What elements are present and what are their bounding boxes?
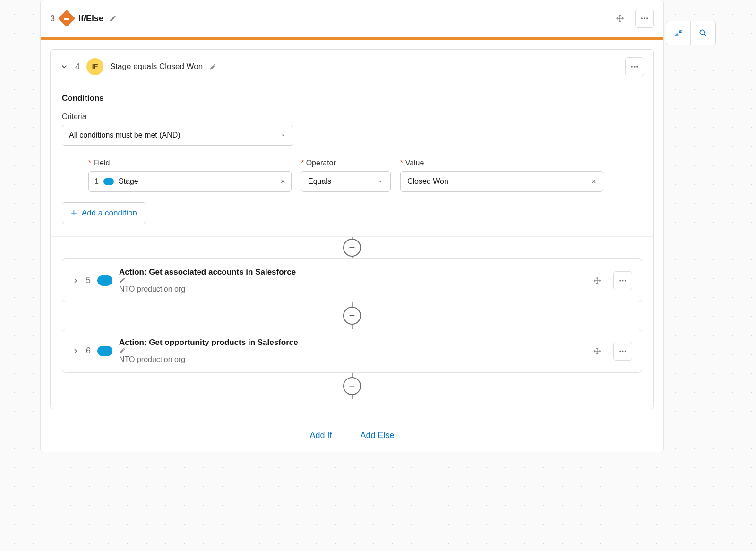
chevron-right-icon[interactable] bbox=[72, 277, 79, 284]
svg-point-2 bbox=[644, 17, 645, 19]
add-step-button[interactable]: + bbox=[343, 239, 361, 257]
action-title: Action: Get associated accounts in Sales… bbox=[119, 267, 296, 276]
ifelse-step-container: 3 If/Else 4 IF Stage equals Close bbox=[40, 0, 664, 452]
conditions-heading: Conditions bbox=[62, 94, 642, 103]
action-title: Action: Get opportunity products in Sale… bbox=[119, 338, 298, 347]
step-header: 3 If/Else bbox=[41, 0, 663, 37]
svg-point-11 bbox=[622, 350, 624, 352]
svg-point-6 bbox=[636, 66, 638, 67]
add-step-button[interactable]: + bbox=[343, 307, 361, 325]
source-step-number: 1 bbox=[94, 177, 99, 186]
more-menu-button[interactable] bbox=[635, 9, 654, 28]
svg-point-4 bbox=[631, 66, 633, 67]
if-step-number: 4 bbox=[75, 62, 80, 72]
criteria-label: Criteria bbox=[62, 112, 642, 121]
action-more-menu-button[interactable] bbox=[613, 342, 632, 361]
operator-label: Operator bbox=[301, 159, 391, 167]
step-title: If/Else bbox=[78, 14, 103, 24]
search-button[interactable] bbox=[691, 21, 715, 45]
action-text: Action: Get opportunity products in Sale… bbox=[119, 338, 302, 364]
flow-connector: + bbox=[51, 302, 653, 329]
svg-point-8 bbox=[622, 280, 624, 281]
canvas-toolbar bbox=[666, 21, 716, 45]
criteria-value: All conditions must be met (AND) bbox=[69, 131, 180, 139]
caret-down-icon bbox=[377, 178, 384, 185]
operator-value: Equals bbox=[308, 177, 331, 186]
plus-icon: + bbox=[71, 207, 77, 219]
chevron-right-icon[interactable] bbox=[72, 347, 79, 355]
edit-icon[interactable] bbox=[109, 15, 117, 22]
salesforce-icon bbox=[97, 346, 112, 356]
caret-down-icon bbox=[280, 132, 286, 138]
flow-connector: + bbox=[51, 373, 653, 399]
condition-row: 1 Stage × Equals Closed Won bbox=[88, 171, 642, 192]
action-card[interactable]: 5 Action: Get associated accounts in Sal… bbox=[62, 258, 642, 302]
edit-icon[interactable] bbox=[119, 347, 302, 354]
svg-point-0 bbox=[700, 30, 704, 34]
field-input[interactable]: 1 Stage × bbox=[88, 171, 292, 192]
svg-point-12 bbox=[625, 350, 626, 352]
add-step-button[interactable]: + bbox=[343, 377, 361, 395]
ifelse-icon bbox=[58, 10, 76, 27]
collapse-button[interactable] bbox=[666, 21, 691, 45]
add-else-button[interactable]: Add Else bbox=[360, 430, 394, 440]
add-condition-button[interactable]: + Add a condition bbox=[62, 202, 146, 224]
action-subtitle: NTO production org bbox=[119, 285, 300, 293]
flow-connector: + bbox=[51, 237, 653, 258]
action-subtitle: NTO production org bbox=[119, 355, 302, 364]
if-header: 4 IF Stage equals Closed Won bbox=[51, 50, 653, 84]
move-handle[interactable] bbox=[588, 342, 607, 361]
action-step-number: 5 bbox=[86, 276, 91, 285]
move-handle[interactable] bbox=[610, 9, 629, 28]
action-text: Action: Get associated accounts in Sales… bbox=[119, 267, 300, 293]
add-if-button[interactable]: Add If bbox=[309, 430, 332, 440]
clear-value-button[interactable]: × bbox=[591, 177, 596, 187]
value-text: Closed Won bbox=[407, 177, 448, 186]
field-label: Field bbox=[88, 159, 292, 167]
action-card[interactable]: 6 Action: Get opportunity products in Sa… bbox=[62, 329, 642, 373]
operator-select[interactable]: Equals bbox=[301, 171, 391, 192]
svg-point-7 bbox=[619, 280, 621, 281]
if-badge: IF bbox=[86, 58, 103, 75]
condition-columns-labels: Field Operator Value bbox=[88, 159, 642, 167]
accent-bar bbox=[41, 37, 663, 40]
salesforce-icon bbox=[97, 276, 112, 286]
clear-field-button[interactable]: × bbox=[280, 177, 285, 187]
criteria-select[interactable]: All conditions must be met (AND) bbox=[62, 125, 293, 146]
svg-point-3 bbox=[646, 17, 648, 19]
value-label: Value bbox=[400, 159, 603, 167]
field-name: Stage bbox=[119, 177, 138, 186]
if-more-menu-button[interactable] bbox=[625, 57, 644, 76]
svg-point-10 bbox=[619, 350, 621, 352]
svg-point-5 bbox=[634, 66, 635, 67]
svg-point-9 bbox=[625, 280, 626, 281]
move-handle[interactable] bbox=[588, 271, 607, 290]
salesforce-icon bbox=[103, 178, 114, 185]
conditions-body: Conditions Criteria All conditions must … bbox=[51, 84, 653, 237]
action-step-number: 6 bbox=[86, 346, 91, 356]
add-condition-label: Add a condition bbox=[82, 208, 137, 218]
if-block: 4 IF Stage equals Closed Won Conditions … bbox=[50, 49, 654, 409]
if-description: Stage equals Closed Won bbox=[110, 62, 203, 71]
action-more-menu-button[interactable] bbox=[613, 271, 632, 290]
svg-point-1 bbox=[641, 17, 643, 19]
step-number: 3 bbox=[50, 14, 55, 24]
footer-actions: Add If Add Else bbox=[41, 419, 663, 452]
edit-icon[interactable] bbox=[209, 63, 216, 70]
value-input[interactable]: Closed Won × bbox=[400, 171, 603, 192]
chevron-down-icon[interactable] bbox=[60, 62, 69, 71]
edit-icon[interactable] bbox=[119, 277, 300, 284]
